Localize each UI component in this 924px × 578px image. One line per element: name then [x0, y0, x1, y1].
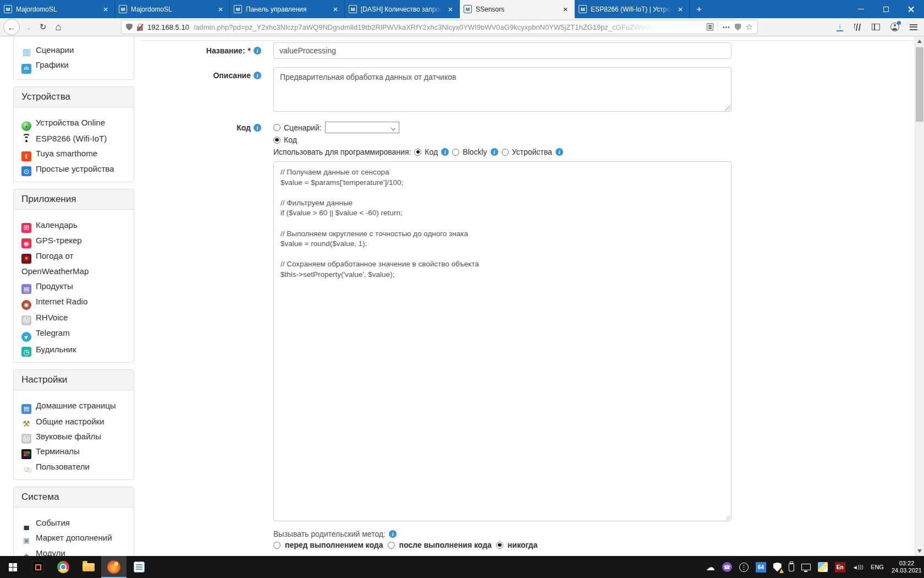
browser-tab[interactable]: ESP8266 (Wifi-IoT) | Устройства	[575, 0, 690, 18]
badge-64-icon[interactable]: 64	[756, 562, 766, 572]
viber-icon[interactable]	[722, 562, 732, 572]
tab-close-icon[interactable]	[101, 4, 111, 14]
sidebar-toggle-icon[interactable]	[872, 24, 880, 30]
sidebar-item[interactable]: Internet Radio	[21, 294, 126, 310]
sidebar-item[interactable]: ESP8266 (Wifi-IoT)	[21, 131, 126, 146]
library-icon[interactable]	[854, 24, 861, 31]
browser-tab[interactable]: [DASH] Количество запросов	[345, 0, 460, 18]
sidebar-item[interactable]: Домашние страницы	[21, 398, 126, 414]
badge-en-icon[interactable]: En	[835, 562, 845, 572]
name-input[interactable]	[273, 42, 732, 59]
cloud-icon[interactable]	[706, 562, 715, 572]
downloads-icon[interactable]	[836, 23, 844, 31]
browser-tab[interactable]: MajordomoSL	[115, 0, 230, 18]
scenario-select[interactable]	[325, 122, 399, 133]
programming-radio[interactable]	[502, 149, 509, 156]
taskbar-clock[interactable]: 03:22 24.03.2021	[889, 556, 924, 578]
sidebar-item[interactable]: Продукты	[21, 279, 126, 295]
defender-icon[interactable]	[773, 563, 782, 572]
url-path: /admin.php?pd=pz_Y2xhc3Nlczp7aWQ9NDgsdml…	[194, 23, 658, 31]
programming-radio[interactable]	[414, 149, 421, 156]
info-icon[interactable]: i	[556, 148, 563, 156]
file-explorer-taskbar-button[interactable]	[76, 556, 101, 578]
start-button[interactable]	[0, 556, 25, 578]
tab-close-icon[interactable]	[560, 4, 570, 14]
tab-close-icon[interactable]	[216, 4, 226, 14]
chrome-taskbar-button[interactable]	[51, 556, 76, 578]
scroll-down-arrow-icon[interactable]	[917, 549, 922, 553]
sidebar-item[interactable]: Терминалы	[21, 444, 126, 459]
new-tab-button[interactable]: +	[690, 0, 708, 18]
network-icon[interactable]	[801, 564, 811, 570]
sidebar-item[interactable]: Погода от OpenWeatherMap	[21, 248, 126, 279]
scrollbar-thumb[interactable]	[916, 47, 923, 122]
info-icon[interactable]: i	[491, 148, 498, 156]
hamburger-menu-icon[interactable]	[910, 24, 917, 30]
parent-method-radio[interactable]	[273, 542, 280, 549]
sidebar-item[interactable]: GPS-трекер	[21, 233, 126, 249]
scenarios-icon	[21, 47, 31, 57]
browser-tab[interactable]: SSensors	[460, 0, 575, 18]
description-textarea[interactable]: Предварительная обработка данных от датч…	[273, 67, 732, 112]
sidebar-card: ПриложенияКалендарьGPS-трекерПогода от O…	[13, 189, 134, 363]
forward-button[interactable]	[20, 19, 35, 35]
notepad-app-taskbar-button[interactable]	[127, 556, 152, 578]
sidebar-item[interactable]: Простые устройства	[21, 161, 126, 177]
sidebar-item[interactable]: Общие настройки	[21, 414, 126, 429]
sidebar-item[interactable]: Модули	[21, 546, 126, 557]
url-bar[interactable]: 192.168.5.10 /admin.php?pd=pz_Y2xhc3Nlcz…	[121, 20, 758, 34]
sidebar-item[interactable]: Графики	[21, 57, 126, 74]
language-icon[interactable]: ENG	[871, 564, 884, 570]
parent-method-radio[interactable]	[388, 542, 395, 549]
home-button[interactable]	[51, 19, 66, 35]
close-button[interactable]	[899, 0, 924, 18]
keyboard-layout-icon[interactable]	[818, 562, 828, 572]
reload-button[interactable]	[35, 19, 51, 35]
firefox-taskbar-button[interactable]	[101, 556, 127, 578]
scenario-radio[interactable]	[273, 124, 280, 131]
parent-method-radio[interactable]	[496, 542, 503, 549]
sidebar-item[interactable]: Пользователи	[21, 459, 126, 474]
scroll-up-arrow-icon[interactable]	[917, 40, 922, 43]
code-editor[interactable]: // Получаем данные от сенсора $value = $…	[273, 161, 732, 521]
sidebar-item[interactable]: Устройства Online	[21, 115, 126, 132]
sidebar-item[interactable]: Календарь	[21, 217, 126, 233]
sidebar-item[interactable]: Будильник	[21, 342, 126, 357]
code-radio[interactable]	[273, 137, 280, 144]
sidebar-item[interactable]: Tuya smarthome	[21, 146, 126, 161]
info-icon[interactable]: i	[254, 124, 261, 132]
reader-mode-icon[interactable]	[707, 23, 713, 31]
insecure-lock-icon[interactable]	[137, 26, 143, 31]
volume-icon[interactable]	[853, 564, 864, 570]
programming-radio[interactable]	[452, 149, 459, 156]
orange-app-taskbar-button[interactable]	[25, 556, 51, 578]
browser-tab[interactable]: MajordomoSL	[0, 0, 115, 18]
usb-icon[interactable]	[789, 563, 794, 571]
maximize-button[interactable]	[873, 0, 899, 18]
sidebar-item[interactable]: Telegram	[21, 325, 126, 342]
tab-close-icon[interactable]	[675, 4, 685, 14]
info-icon[interactable]: i	[389, 530, 397, 538]
menu-dots-icon[interactable]	[739, 563, 749, 572]
sidebar-item[interactable]: Сценарии	[21, 42, 126, 57]
tracking-protection-shield-icon[interactable]	[126, 24, 133, 31]
sidebar-card-body: СценарииГрафики	[14, 36, 134, 79]
info-icon[interactable]: i	[441, 148, 449, 156]
pocket-shield-icon[interactable]	[735, 24, 741, 31]
back-button[interactable]	[3, 19, 20, 35]
sidebar-item[interactable]: События	[21, 515, 126, 531]
parent-method-radio-label: после выполнения кода	[399, 541, 492, 549]
bookmark-star-icon[interactable]	[746, 22, 753, 32]
tab-close-icon[interactable]	[331, 4, 340, 14]
page-actions-icon[interactable]	[723, 24, 730, 30]
info-icon[interactable]: i	[254, 72, 261, 79]
sidebar-item[interactable]: Звуковые файлы	[21, 429, 126, 444]
sidebar-item[interactable]: Маркет дополнений	[21, 530, 126, 546]
sidebar-item[interactable]: RHVoice	[21, 310, 126, 325]
vertical-scrollbar[interactable]	[915, 36, 924, 556]
browser-tab[interactable]: Панель управления	[230, 0, 345, 18]
info-icon[interactable]: i	[254, 47, 261, 54]
minimize-button[interactable]	[848, 0, 873, 18]
account-icon[interactable]	[890, 23, 899, 31]
tab-close-icon[interactable]	[446, 4, 455, 14]
